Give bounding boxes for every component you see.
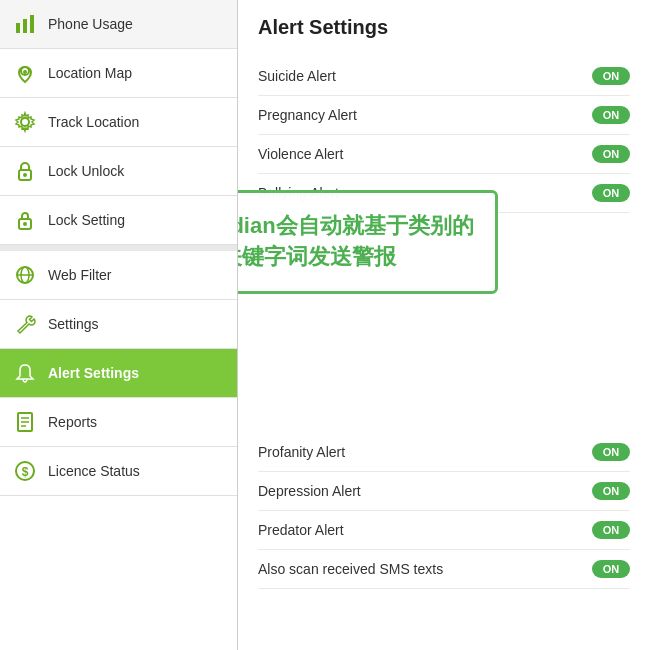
svg-rect-0 (16, 23, 20, 33)
toggle-pregnancy[interactable]: ON (592, 106, 630, 124)
svg-rect-1 (23, 19, 27, 33)
toggle-violence[interactable]: ON (592, 145, 630, 163)
lock-alt-icon (12, 207, 38, 233)
alert-label: Suicide Alert (258, 68, 336, 84)
toggle-profanity[interactable]: ON (592, 443, 630, 461)
location-pin-icon (12, 60, 38, 86)
table-row: Predator Alert ON (258, 511, 630, 550)
sidebar-item-reports[interactable]: Reports (0, 398, 237, 447)
sidebar-item-alert-settings[interactable]: Alert Settings (0, 349, 237, 398)
svg-point-9 (23, 222, 27, 226)
main-content: Alert Settings Suicide Alert ON Pregnanc… (238, 0, 650, 650)
svg-point-7 (23, 173, 27, 177)
globe-icon (12, 262, 38, 288)
sidebar-label: Settings (48, 316, 99, 332)
sidebar-item-track-location[interactable]: Track Location (0, 98, 237, 147)
sidebar-label: Phone Usage (48, 16, 133, 32)
bell-icon (12, 360, 38, 386)
sidebar-label: Lock Setting (48, 212, 125, 228)
sidebar-item-phone-usage[interactable]: Phone Usage (0, 0, 237, 49)
file-icon (12, 409, 38, 435)
sidebar: Phone Usage Location Map Track Location (0, 0, 238, 650)
table-row: Pregnancy Alert ON (258, 96, 630, 135)
sidebar-label: Web Filter (48, 267, 112, 283)
sidebar-label: Alert Settings (48, 365, 139, 381)
popup-message: MMGuardian会自动就基于类别的关键字词发送警报 (238, 211, 481, 273)
toggle-bullying[interactable]: ON (592, 184, 630, 202)
alert-label: Depression Alert (258, 483, 361, 499)
alert-label: Predator Alert (258, 522, 344, 538)
bar-chart-icon (12, 11, 38, 37)
table-row: Suicide Alert ON (258, 57, 630, 96)
lock-icon (12, 158, 38, 184)
svg-text:$: $ (22, 465, 29, 479)
alert-label: Also scan received SMS texts (258, 561, 443, 577)
toggle-depression[interactable]: ON (592, 482, 630, 500)
alert-label: Profanity Alert (258, 444, 345, 460)
sidebar-label: Lock Unlock (48, 163, 124, 179)
table-row: Violence Alert ON (258, 135, 630, 174)
sidebar-item-location-map[interactable]: Location Map (0, 49, 237, 98)
sidebar-item-settings[interactable]: Settings (0, 300, 237, 349)
wrench-icon (12, 311, 38, 337)
toggle-scan-sms[interactable]: ON (592, 560, 630, 578)
gear-icon (12, 109, 38, 135)
alert-label: Pregnancy Alert (258, 107, 357, 123)
info-popup: MMGuardian会自动就基于类别的关键字词发送警报 (238, 190, 498, 294)
sidebar-item-lock-unlock[interactable]: Lock Unlock (0, 147, 237, 196)
alerts-bottom-section: Profanity Alert ON Depression Alert ON P… (258, 433, 630, 589)
sidebar-item-licence-status[interactable]: $ Licence Status (0, 447, 237, 496)
sidebar-item-web-filter[interactable]: Web Filter (0, 251, 237, 300)
toggle-suicide[interactable]: ON (592, 67, 630, 85)
sidebar-label: Track Location (48, 114, 139, 130)
alert-label: Violence Alert (258, 146, 343, 162)
sidebar-item-lock-setting[interactable]: Lock Setting (0, 196, 237, 245)
table-row: Depression Alert ON (258, 472, 630, 511)
sidebar-label: Licence Status (48, 463, 140, 479)
page-title: Alert Settings (258, 16, 630, 39)
table-row: Also scan received SMS texts ON (258, 550, 630, 589)
sidebar-label: Reports (48, 414, 97, 430)
table-row: Profanity Alert ON (258, 433, 630, 472)
svg-rect-2 (30, 15, 34, 33)
svg-point-5 (21, 118, 29, 126)
svg-point-4 (23, 70, 27, 74)
toggle-predator[interactable]: ON (592, 521, 630, 539)
sidebar-label: Location Map (48, 65, 132, 81)
dollar-icon: $ (12, 458, 38, 484)
